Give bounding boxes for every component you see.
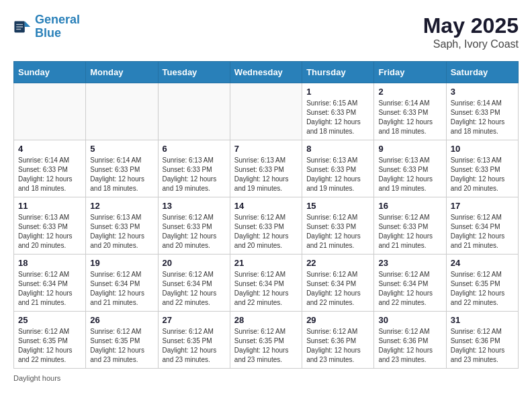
footer-text: Daylight hours [13, 374, 60, 382]
day-number: 27 [163, 315, 226, 325]
weekday-header-row: SundayMondayTuesdayWednesdayThursdayFrid… [14, 62, 519, 83]
day-number: 10 [451, 144, 514, 154]
day-number: 3 [451, 87, 514, 97]
day-info: Sunrise: 6:12 AM Sunset: 6:34 PM Dayligh… [451, 213, 514, 250]
day-info: Sunrise: 6:15 AM Sunset: 6:33 PM Dayligh… [306, 99, 369, 136]
calendar-cell: 3Sunrise: 6:14 AM Sunset: 6:33 PM Daylig… [446, 83, 518, 140]
calendar-cell: 6Sunrise: 6:13 AM Sunset: 6:33 PM Daylig… [158, 140, 230, 197]
calendar-cell [14, 83, 86, 140]
day-number: 26 [90, 315, 153, 325]
day-info: Sunrise: 6:13 AM Sunset: 6:33 PM Dayligh… [90, 213, 153, 250]
day-info: Sunrise: 6:12 AM Sunset: 6:35 PM Dayligh… [234, 327, 298, 365]
calendar-cell: 9Sunrise: 6:13 AM Sunset: 6:33 PM Daylig… [374, 140, 446, 197]
weekday-header: Saturday [446, 62, 518, 83]
calendar-cell: 24Sunrise: 6:12 AM Sunset: 6:35 PM Dayli… [446, 255, 518, 312]
day-number: 28 [234, 315, 298, 325]
day-number: 9 [378, 144, 441, 154]
calendar-footer: Daylight hours [13, 374, 519, 382]
weekday-header: Thursday [302, 62, 374, 83]
day-number: 23 [378, 258, 441, 268]
svg-rect-2 [16, 24, 23, 25]
day-info: Sunrise: 6:12 AM Sunset: 6:34 PM Dayligh… [234, 270, 298, 308]
calendar-cell: 1Sunrise: 6:15 AM Sunset: 6:33 PM Daylig… [302, 83, 374, 140]
day-number: 17 [451, 201, 514, 211]
day-info: Sunrise: 6:13 AM Sunset: 6:33 PM Dayligh… [18, 213, 81, 250]
day-number: 20 [163, 258, 226, 268]
logo: General Blue [13, 13, 80, 40]
calendar-week-row: 11Sunrise: 6:13 AM Sunset: 6:33 PM Dayli… [14, 197, 519, 255]
calendar-cell: 5Sunrise: 6:14 AM Sunset: 6:33 PM Daylig… [86, 140, 158, 197]
day-number: 12 [90, 201, 153, 211]
calendar-cell: 14Sunrise: 6:12 AM Sunset: 6:33 PM Dayli… [230, 197, 302, 255]
calendar-cell: 27Sunrise: 6:12 AM Sunset: 6:35 PM Dayli… [158, 312, 230, 369]
calendar-cell: 4Sunrise: 6:14 AM Sunset: 6:33 PM Daylig… [14, 140, 86, 197]
calendar-cell: 15Sunrise: 6:12 AM Sunset: 6:33 PM Dayli… [302, 197, 374, 255]
day-info: Sunrise: 6:12 AM Sunset: 6:34 PM Dayligh… [378, 270, 441, 308]
day-number: 2 [378, 87, 441, 97]
day-info: Sunrise: 6:14 AM Sunset: 6:33 PM Dayligh… [451, 99, 514, 136]
day-number: 5 [90, 144, 153, 154]
day-number: 4 [18, 144, 81, 154]
calendar-cell: 18Sunrise: 6:12 AM Sunset: 6:34 PM Dayli… [14, 255, 86, 312]
calendar-cell: 8Sunrise: 6:13 AM Sunset: 6:33 PM Daylig… [302, 140, 374, 197]
day-info: Sunrise: 6:12 AM Sunset: 6:33 PM Dayligh… [163, 213, 226, 250]
logo-general: General [35, 13, 80, 26]
day-info: Sunrise: 6:12 AM Sunset: 6:36 PM Dayligh… [451, 327, 514, 365]
logo-text: General Blue [35, 13, 80, 40]
calendar-cell: 20Sunrise: 6:12 AM Sunset: 6:34 PM Dayli… [158, 255, 230, 312]
day-info: Sunrise: 6:13 AM Sunset: 6:33 PM Dayligh… [451, 156, 514, 193]
calendar-cell: 30Sunrise: 6:12 AM Sunset: 6:36 PM Dayli… [374, 312, 446, 369]
day-number: 22 [306, 258, 369, 268]
day-number: 13 [163, 201, 226, 211]
day-info: Sunrise: 6:12 AM Sunset: 6:33 PM Dayligh… [378, 213, 441, 250]
weekday-header: Tuesday [158, 62, 230, 83]
calendar-cell: 25Sunrise: 6:12 AM Sunset: 6:35 PM Dayli… [14, 312, 86, 369]
calendar-cell [158, 83, 230, 140]
calendar-cell: 10Sunrise: 6:13 AM Sunset: 6:33 PM Dayli… [446, 140, 518, 197]
calendar-cell: 26Sunrise: 6:12 AM Sunset: 6:35 PM Dayli… [86, 312, 158, 369]
calendar-cell: 2Sunrise: 6:14 AM Sunset: 6:33 PM Daylig… [374, 83, 446, 140]
month-year: May 2025 [423, 13, 519, 38]
calendar-cell: 23Sunrise: 6:12 AM Sunset: 6:34 PM Dayli… [374, 255, 446, 312]
day-number: 24 [451, 258, 514, 268]
day-info: Sunrise: 6:12 AM Sunset: 6:35 PM Dayligh… [163, 327, 226, 365]
calendar-cell: 17Sunrise: 6:12 AM Sunset: 6:34 PM Dayli… [446, 197, 518, 255]
day-info: Sunrise: 6:14 AM Sunset: 6:33 PM Dayligh… [90, 156, 153, 193]
day-number: 25 [18, 315, 81, 325]
svg-rect-4 [16, 29, 21, 30]
weekday-header: Friday [374, 62, 446, 83]
day-info: Sunrise: 6:12 AM Sunset: 6:36 PM Dayligh… [306, 327, 369, 365]
svg-rect-3 [16, 26, 23, 27]
weekday-header: Monday [86, 62, 158, 83]
day-number: 30 [378, 315, 441, 325]
day-info: Sunrise: 6:12 AM Sunset: 6:35 PM Dayligh… [451, 270, 514, 308]
day-number: 14 [234, 201, 298, 211]
day-info: Sunrise: 6:13 AM Sunset: 6:33 PM Dayligh… [378, 156, 441, 193]
day-number: 1 [306, 87, 369, 97]
day-number: 16 [378, 201, 441, 211]
calendar-week-row: 4Sunrise: 6:14 AM Sunset: 6:33 PM Daylig… [14, 140, 519, 197]
calendar-cell: 12Sunrise: 6:13 AM Sunset: 6:33 PM Dayli… [86, 197, 158, 255]
svg-marker-1 [25, 21, 30, 26]
day-info: Sunrise: 6:13 AM Sunset: 6:33 PM Dayligh… [306, 156, 369, 193]
day-number: 8 [306, 144, 369, 154]
day-number: 7 [234, 144, 298, 154]
calendar-cell: 31Sunrise: 6:12 AM Sunset: 6:36 PM Dayli… [446, 312, 518, 369]
calendar-table: SundayMondayTuesdayWednesdayThursdayFrid… [13, 61, 519, 369]
calendar-cell: 7Sunrise: 6:13 AM Sunset: 6:33 PM Daylig… [230, 140, 302, 197]
title-block: May 2025 Saph, Ivory Coast [423, 13, 519, 50]
calendar-cell: 16Sunrise: 6:12 AM Sunset: 6:33 PM Dayli… [374, 197, 446, 255]
day-info: Sunrise: 6:12 AM Sunset: 6:34 PM Dayligh… [18, 270, 81, 308]
day-info: Sunrise: 6:12 AM Sunset: 6:33 PM Dayligh… [234, 213, 298, 250]
day-number: 19 [90, 258, 153, 268]
calendar-cell: 11Sunrise: 6:13 AM Sunset: 6:33 PM Dayli… [14, 197, 86, 255]
day-number: 6 [163, 144, 226, 154]
location: Saph, Ivory Coast [423, 38, 519, 50]
day-info: Sunrise: 6:12 AM Sunset: 6:33 PM Dayligh… [306, 213, 369, 250]
weekday-header: Wednesday [230, 62, 302, 83]
day-info: Sunrise: 6:14 AM Sunset: 6:33 PM Dayligh… [378, 99, 441, 136]
day-info: Sunrise: 6:13 AM Sunset: 6:33 PM Dayligh… [163, 156, 226, 193]
calendar-cell: 21Sunrise: 6:12 AM Sunset: 6:34 PM Dayli… [230, 255, 302, 312]
day-info: Sunrise: 6:12 AM Sunset: 6:34 PM Dayligh… [90, 270, 153, 308]
logo-icon [13, 17, 32, 36]
